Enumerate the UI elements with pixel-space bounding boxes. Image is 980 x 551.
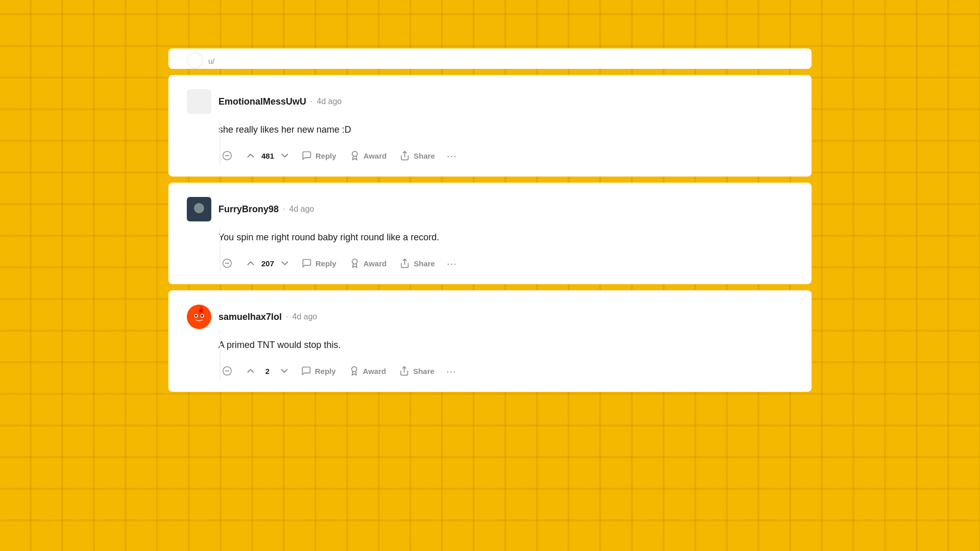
- comment-actions-1: 481 Reply Award: [218, 147, 793, 164]
- reply-button-2[interactable]: Reply: [297, 255, 341, 272]
- award-button-3[interactable]: Award: [344, 362, 391, 380]
- partial-avatar: [187, 53, 203, 69]
- downvote-icon-3: [279, 365, 290, 377]
- username-3[interactable]: samuelhax7lol: [218, 312, 282, 322]
- downvote-button-2[interactable]: [276, 255, 293, 272]
- minimize-button-2[interactable]: [218, 255, 236, 272]
- username-1[interactable]: EmotionalMessUwU: [218, 96, 306, 107]
- minimize-button-1[interactable]: [218, 147, 236, 164]
- minimize-button-3[interactable]: [218, 362, 236, 380]
- minimize-icon-1: [222, 151, 232, 161]
- reply-icon-1: [302, 151, 312, 161]
- reply-button-1[interactable]: Reply: [297, 147, 341, 164]
- thread-line-3: [219, 336, 220, 380]
- reply-button-3[interactable]: Reply: [296, 362, 341, 380]
- comment-header-1: EmotionalMessUwU · 4d ago: [187, 89, 793, 114]
- svg-point-11: [195, 315, 197, 317]
- username-2[interactable]: FurryBrony98: [218, 204, 279, 215]
- downvote-icon-2: [279, 258, 290, 269]
- upvote-button-3[interactable]: [242, 362, 259, 380]
- separator-3: ·: [286, 312, 288, 321]
- more-button-2[interactable]: ···: [443, 255, 460, 272]
- award-icon-1: [350, 151, 360, 161]
- timestamp-2: 4d ago: [289, 205, 314, 214]
- more-icon-3: ···: [446, 365, 456, 377]
- comment-text-3: A primed TNT would stop this.: [218, 338, 793, 352]
- user-info-1: EmotionalMessUwU · 4d ago: [218, 96, 341, 107]
- share-icon-3: [399, 366, 409, 376]
- award-button-2[interactable]: Award: [345, 255, 392, 272]
- user-info-2: FurryBrony98 · 4d ago: [218, 204, 314, 215]
- svg-point-15: [199, 309, 203, 313]
- comment-actions-3: 2 Reply Award: [218, 362, 793, 380]
- minimize-icon-2: [222, 258, 232, 268]
- downvote-button-3[interactable]: [276, 362, 293, 380]
- comment-header-2: FurryBrony98 · 4d ago: [187, 197, 793, 221]
- upvote-icon-2: [245, 258, 256, 269]
- avatar-3: [187, 305, 211, 329]
- downvote-icon-1: [279, 150, 290, 161]
- more-icon-2: ···: [447, 258, 457, 269]
- upvote-icon-3: [245, 365, 256, 377]
- upvote-icon-1: [245, 150, 256, 161]
- share-button-3[interactable]: Share: [394, 362, 439, 380]
- comment-card-1: EmotionalMessUwU · 4d ago she really lik…: [168, 75, 812, 177]
- timestamp-3: 4d ago: [292, 312, 317, 321]
- share-button-2[interactable]: Share: [395, 255, 440, 272]
- vote-section-1: 481: [242, 147, 293, 164]
- reply-icon-2: [302, 258, 312, 268]
- svg-point-17: [201, 307, 202, 308]
- reddit-alien-icon: [190, 307, 208, 327]
- timestamp-1: 4d ago: [316, 97, 341, 106]
- more-button-3[interactable]: ···: [443, 362, 460, 380]
- avatar-1: [187, 89, 211, 114]
- vote-count-3: 2: [261, 367, 274, 375]
- vote-count-2: 207: [261, 259, 274, 268]
- partial-username: u/: [208, 57, 215, 65]
- share-icon-1: [400, 151, 410, 161]
- user-info-3: samuelhax7lol · 4d ago: [218, 312, 317, 322]
- separator-2: ·: [283, 205, 285, 214]
- vote-section-2: 207: [242, 255, 293, 272]
- svg-point-12: [201, 315, 203, 317]
- comment-text-2: You spin me right round baby right round…: [218, 231, 793, 244]
- comment-text-1: she really likes her new name :D: [218, 123, 793, 137]
- award-button-1[interactable]: Award: [345, 147, 392, 164]
- downvote-button-1[interactable]: [276, 147, 293, 164]
- award-icon-2: [350, 258, 360, 268]
- award-icon-3: [349, 366, 359, 376]
- upvote-button-1[interactable]: [242, 147, 259, 164]
- comment-card-2: FurryBrony98 · 4d ago You spin me right …: [168, 183, 812, 284]
- share-button-1[interactable]: Share: [395, 147, 440, 164]
- comment-header-3: samuelhax7lol · 4d ago: [187, 305, 793, 329]
- thread-line-1: [219, 121, 220, 164]
- minimize-icon-3: [222, 366, 232, 376]
- more-icon-1: ···: [447, 150, 457, 162]
- upvote-button-2[interactable]: [242, 255, 259, 272]
- comments-feed: u/ EmotionalMessUwU · 4d ago she really …: [168, 48, 812, 392]
- comment-actions-2: 207 Reply Award: [218, 255, 793, 272]
- comment-card-3: samuelhax7lol · 4d ago A primed TNT woul…: [168, 290, 812, 392]
- thread-line-2: [219, 229, 220, 272]
- partial-comment-card: u/: [168, 48, 812, 69]
- svg-point-8: [192, 310, 206, 323]
- vote-section-3: 2: [242, 362, 293, 380]
- avatar-2: [187, 197, 211, 221]
- vote-count-1: 481: [261, 152, 274, 160]
- separator-1: ·: [310, 97, 312, 106]
- reply-icon-3: [301, 366, 311, 376]
- more-button-1[interactable]: ···: [443, 147, 460, 164]
- share-icon-2: [400, 258, 410, 268]
